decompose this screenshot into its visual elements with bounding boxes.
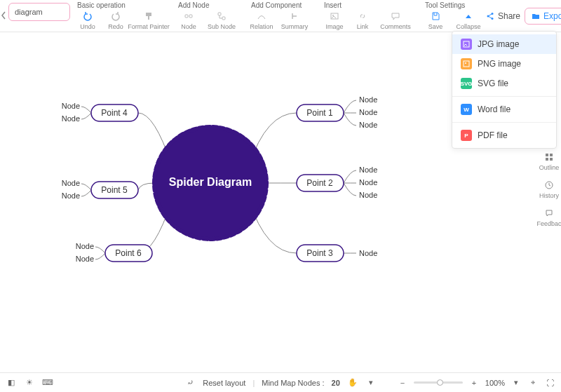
zoom-in-button[interactable]: + xyxy=(468,377,480,388)
undo-button[interactable]: Undo xyxy=(76,11,100,30)
reset-layout-label[interactable]: Reset layout xyxy=(203,379,245,387)
top-toolbar: diagram Basic operation Undo Redo Format… xyxy=(0,0,561,32)
summary-button[interactable]: Summary xyxy=(278,11,311,30)
svg-text:Point 5: Point 5 xyxy=(101,185,128,195)
fullscreen-icon[interactable]: ⛶ xyxy=(544,377,555,388)
document-title[interactable]: diagram xyxy=(8,3,70,21)
insert-link-button[interactable]: Link xyxy=(351,11,374,30)
save-icon xyxy=(430,11,441,22)
back-button[interactable] xyxy=(0,0,7,31)
theme-light-icon[interactable]: ◧ xyxy=(6,377,17,388)
export-icon xyxy=(531,11,541,21)
mindmap-nodes-value: 20 xyxy=(332,379,340,387)
export-button[interactable]: Export xyxy=(525,8,561,25)
zoom-slider[interactable] xyxy=(414,381,463,384)
bottom-bar: ◧ ☀ ⌨ ⤾ Reset layout | Mind Map Nodes : … xyxy=(0,372,561,392)
svg-rect-4 xyxy=(218,13,221,15)
collapse-icon xyxy=(463,11,474,22)
leaf-node[interactable]: Node xyxy=(359,191,377,199)
image-icon xyxy=(329,11,340,22)
redo-icon xyxy=(110,11,121,22)
leaf-node[interactable]: Node xyxy=(62,179,80,187)
point-1[interactable]: Point 1 xyxy=(297,104,344,121)
svg-text:Point 3: Point 3 xyxy=(306,248,333,258)
point-2[interactable]: Point 2 xyxy=(297,175,344,191)
leaf-node[interactable]: Node xyxy=(359,108,377,116)
leaf-node[interactable]: Node xyxy=(359,95,377,104)
export-png[interactable]: PNG image xyxy=(452,54,556,74)
group-tool-settings: Tool Settings Save Collapse xyxy=(424,0,485,32)
chevron-down-icon[interactable]: ▾ xyxy=(511,377,522,388)
collapse-button[interactable]: Collapse xyxy=(452,11,485,30)
document-title-text: diagram xyxy=(15,8,43,16)
svg-point-13 xyxy=(465,62,466,64)
group-label: Add Component xyxy=(250,1,311,9)
svg-icon: SVG xyxy=(461,78,472,89)
group-basic-operation: Basic operation Undo Redo Format Painter xyxy=(76,0,165,32)
svg-rect-12 xyxy=(464,61,469,67)
leaf-node[interactable]: Node xyxy=(62,102,80,110)
comments-icon xyxy=(390,11,401,22)
center-node[interactable]: Spider Diagram xyxy=(169,176,252,188)
svg-rect-2 xyxy=(185,15,188,18)
link-icon xyxy=(357,11,368,22)
svg-text:Point 1: Point 1 xyxy=(306,108,333,118)
svg-rect-0 xyxy=(146,13,151,16)
format-painter-button[interactable]: Format Painter xyxy=(132,11,165,30)
relation-button[interactable]: Relation xyxy=(250,11,273,30)
leaf-node[interactable]: Node xyxy=(76,242,94,250)
group-add-component: Add Component Relation Summary xyxy=(250,0,311,32)
export-menu: JPG image PNG image SVG SVG file W Word … xyxy=(452,31,557,149)
add-node-button[interactable]: Node xyxy=(177,11,201,30)
point-5[interactable]: Point 5 xyxy=(91,182,138,198)
leaf-node[interactable]: Node xyxy=(62,114,80,123)
leaf-node[interactable]: Node xyxy=(359,121,377,129)
point-3[interactable]: Point 3 xyxy=(297,245,344,262)
node-icon xyxy=(183,11,194,22)
export-jpg[interactable]: JPG image xyxy=(452,34,556,54)
leaf-node[interactable]: Node xyxy=(62,191,80,200)
save-button[interactable]: Save xyxy=(424,11,447,30)
chevron-down-icon[interactable]: ▾ xyxy=(365,377,377,388)
word-icon: W xyxy=(461,104,472,115)
leaf-node[interactable]: Node xyxy=(359,249,377,257)
group-insert: Insert Image Link Comments xyxy=(323,0,412,32)
insert-image-button[interactable]: Image xyxy=(323,11,346,30)
point-6[interactable]: Point 6 xyxy=(105,245,152,262)
theme-keyboard-icon[interactable]: ⌨ xyxy=(42,377,53,388)
summary-icon xyxy=(289,11,300,22)
group-label: Basic operation xyxy=(76,1,165,9)
svg-text:Point 6: Point 6 xyxy=(115,248,142,258)
point-4[interactable]: Point 4 xyxy=(91,104,138,121)
export-pdf[interactable]: P PDF file xyxy=(452,126,556,145)
leaf-node[interactable]: Node xyxy=(359,165,377,174)
export-word[interactable]: W Word file xyxy=(452,100,556,119)
insert-comments-button[interactable]: Comments xyxy=(379,11,412,30)
relation-icon xyxy=(256,11,267,22)
share-icon xyxy=(485,11,495,21)
zoom-value: 100% xyxy=(485,379,505,387)
jpg-icon xyxy=(461,39,472,50)
fit-screen-icon[interactable]: ⌖ xyxy=(527,377,539,388)
group-add-node: Add Node Node Sub Node xyxy=(177,0,238,32)
svg-rect-5 xyxy=(222,17,225,20)
hand-tool-icon[interactable]: ✋ xyxy=(347,377,358,388)
reset-layout-icon[interactable]: ⤾ xyxy=(184,377,196,388)
svg-rect-1 xyxy=(148,16,149,20)
pdf-icon: P xyxy=(461,130,472,141)
group-label: Insert xyxy=(323,1,412,9)
zoom-out-button[interactable]: − xyxy=(397,377,408,388)
svg-rect-3 xyxy=(189,15,192,18)
theme-sun-icon[interactable]: ☀ xyxy=(24,377,35,388)
export-svg[interactable]: SVG SVG file xyxy=(452,74,556,93)
mindmap-nodes-label: Mind Map Nodes : xyxy=(262,379,324,387)
leaf-node[interactable]: Node xyxy=(359,178,377,187)
share-button[interactable]: Share xyxy=(485,11,520,21)
redo-button[interactable]: Redo xyxy=(104,11,128,30)
subnode-icon xyxy=(216,11,227,22)
png-icon xyxy=(461,58,472,69)
svg-text:Point 2: Point 2 xyxy=(306,178,333,188)
leaf-node[interactable]: Node xyxy=(76,255,94,263)
group-label: Add Node xyxy=(177,1,238,9)
add-subnode-button[interactable]: Sub Node xyxy=(205,11,238,30)
